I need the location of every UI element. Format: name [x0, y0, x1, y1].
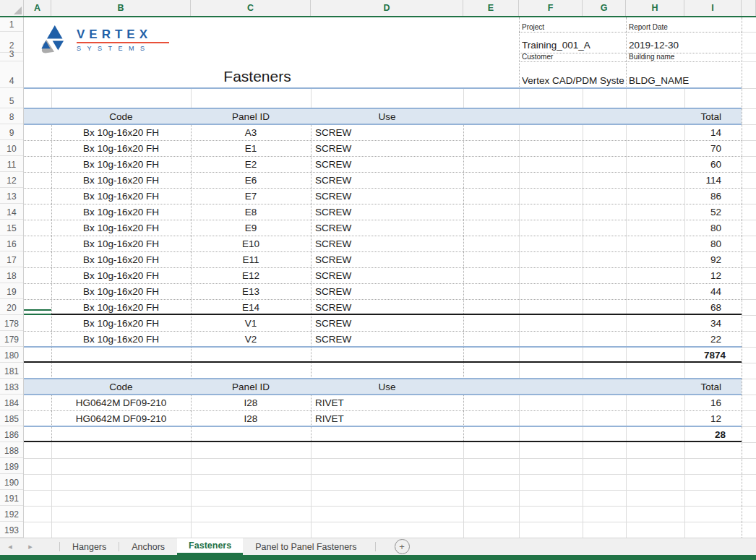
row-header-180[interactable]: 180: [0, 347, 23, 363]
row-header-15[interactable]: 15: [0, 220, 23, 236]
row-header-189[interactable]: 189: [0, 458, 23, 474]
cell-B184[interactable]: HG0642M DF09-210: [51, 395, 191, 410]
cell-C13[interactable]: E7: [191, 188, 311, 204]
cell-C15[interactable]: E9: [191, 220, 311, 236]
column-header-E[interactable]: E: [463, 0, 519, 16]
select-all-button[interactable]: [0, 0, 24, 16]
cell-C12[interactable]: E6: [191, 172, 311, 188]
column-header-D[interactable]: D: [311, 0, 463, 16]
row-header-3[interactable]: 3: [0, 53, 23, 61]
row-header-16[interactable]: 16: [0, 236, 23, 251]
cell-I12[interactable]: 114: [684, 172, 742, 188]
cell-C16[interactable]: E10: [191, 236, 311, 251]
cell-B8[interactable]: Code: [51, 108, 191, 124]
cell-I183[interactable]: Total: [684, 379, 742, 395]
cell-D18[interactable]: SCREW: [311, 267, 463, 283]
cell-I18[interactable]: 12: [684, 267, 742, 283]
cell-D14[interactable]: SCREW: [311, 204, 463, 220]
cell-D179[interactable]: SCREW: [311, 331, 463, 347]
cell-C179[interactable]: V2: [191, 331, 311, 347]
sheet-tab-panel-to-panel-fasteners[interactable]: Panel to Panel Fasteners: [243, 538, 369, 555]
tab-scroll-right-icon[interactable]: ▸: [20, 538, 40, 555]
row-header-190[interactable]: 190: [0, 474, 23, 490]
cell-D10[interactable]: SCREW: [311, 140, 463, 156]
cell-B178[interactable]: Bx 10g-16x20 FH: [51, 315, 191, 331]
cell-B18[interactable]: Bx 10g-16x20 FH: [51, 267, 191, 283]
cell-I17[interactable]: 92: [684, 251, 742, 267]
row-header-178[interactable]: 178: [0, 315, 23, 331]
cell-B179[interactable]: Bx 10g-16x20 FH: [51, 331, 191, 347]
cell-D11[interactable]: SCREW: [311, 156, 463, 172]
cell-C10[interactable]: E1: [191, 140, 311, 156]
column-header-F[interactable]: F: [519, 0, 583, 16]
cell-I9[interactable]: 14: [684, 124, 742, 140]
row-header-4[interactable]: 4: [0, 61, 23, 88]
project-value[interactable]: Training_001_A: [522, 32, 590, 53]
row-header-17[interactable]: 17: [0, 251, 23, 267]
cell-I16[interactable]: 80: [684, 236, 742, 251]
sheet-tab-anchors[interactable]: Anchors: [119, 538, 177, 555]
row-header-11[interactable]: 11: [0, 156, 23, 172]
cell-D12[interactable]: SCREW: [311, 172, 463, 188]
row-header-20[interactable]: 20: [0, 299, 23, 315]
new-sheet-button[interactable]: +: [395, 539, 410, 554]
cell-D17[interactable]: SCREW: [311, 251, 463, 267]
row-header-188[interactable]: 188: [0, 442, 23, 458]
row-header-192[interactable]: 192: [0, 506, 23, 522]
cell-B19[interactable]: Bx 10g-16x20 FH: [51, 283, 191, 299]
sheet-tab-fasteners[interactable]: Fasteners: [177, 538, 243, 555]
cell-C18[interactable]: E12: [191, 267, 311, 283]
cell-C20[interactable]: E14: [191, 299, 311, 315]
cell-B20[interactable]: Bx 10g-16x20 FH: [51, 299, 191, 315]
row-header-1[interactable]: 1: [0, 17, 23, 32]
cell-B14[interactable]: Bx 10g-16x20 FH: [51, 204, 191, 220]
row-header-18[interactable]: 18: [0, 267, 23, 283]
cell-I19[interactable]: 44: [684, 283, 742, 299]
cell-I11[interactable]: 60: [684, 156, 742, 172]
cell-C14[interactable]: E8: [191, 204, 311, 220]
cell-I20[interactable]: 68: [684, 299, 742, 315]
cell-D16[interactable]: SCREW: [311, 236, 463, 251]
row-header-9[interactable]: 9: [0, 124, 23, 140]
cell-C184[interactable]: I28: [191, 395, 311, 410]
cell-I8[interactable]: Total: [684, 108, 742, 124]
cell-C11[interactable]: E2: [191, 156, 311, 172]
cell-C8[interactable]: Panel ID: [191, 108, 311, 124]
cell-D20[interactable]: SCREW: [311, 299, 463, 315]
row-header-181[interactable]: 181: [0, 363, 23, 379]
cell-C17[interactable]: E11: [191, 251, 311, 267]
row-header-183[interactable]: 183: [0, 379, 23, 395]
row-header-5[interactable]: 5: [0, 88, 23, 108]
cell-I179[interactable]: 22: [684, 331, 742, 347]
cell-I178[interactable]: 34: [684, 315, 742, 331]
row-header-185[interactable]: 185: [0, 410, 23, 426]
cell-B12[interactable]: Bx 10g-16x20 FH: [51, 172, 191, 188]
cell-B183[interactable]: Code: [51, 379, 191, 395]
row-header-14[interactable]: 14: [0, 204, 23, 220]
cell-I180[interactable]: 7874: [684, 347, 742, 363]
cell-B9[interactable]: Bx 10g-16x20 FH: [51, 124, 191, 140]
cell-C19[interactable]: E13: [191, 283, 311, 299]
cell-I15[interactable]: 80: [684, 220, 742, 236]
cell-D13[interactable]: SCREW: [311, 188, 463, 204]
cell-D9[interactable]: SCREW: [311, 124, 463, 140]
cell-D185[interactable]: RIVET: [311, 410, 463, 426]
column-header-A[interactable]: A: [24, 0, 51, 16]
cell-B13[interactable]: Bx 10g-16x20 FH: [51, 188, 191, 204]
cell-D183[interactable]: Use: [311, 379, 463, 395]
cell-B185[interactable]: HG0642M DF09-210: [51, 410, 191, 426]
row-header-179[interactable]: 179: [0, 331, 23, 347]
cell-B17[interactable]: Bx 10g-16x20 FH: [51, 251, 191, 267]
cell-C178[interactable]: V1: [191, 315, 311, 331]
cell-I184[interactable]: 16: [684, 395, 742, 410]
cell-B11[interactable]: Bx 10g-16x20 FH: [51, 156, 191, 172]
building-name-value[interactable]: BLDG_NAME: [629, 61, 689, 88]
tab-scroll-left-icon[interactable]: ◂: [0, 538, 20, 555]
row-header-191[interactable]: 191: [0, 490, 23, 506]
row-header-13[interactable]: 13: [0, 188, 23, 204]
column-header-G[interactable]: G: [583, 0, 626, 16]
column-header-H[interactable]: H: [626, 0, 684, 16]
row-header-193[interactable]: 193: [0, 522, 23, 538]
cell-I185[interactable]: 12: [684, 410, 742, 426]
cell-I13[interactable]: 86: [684, 188, 742, 204]
